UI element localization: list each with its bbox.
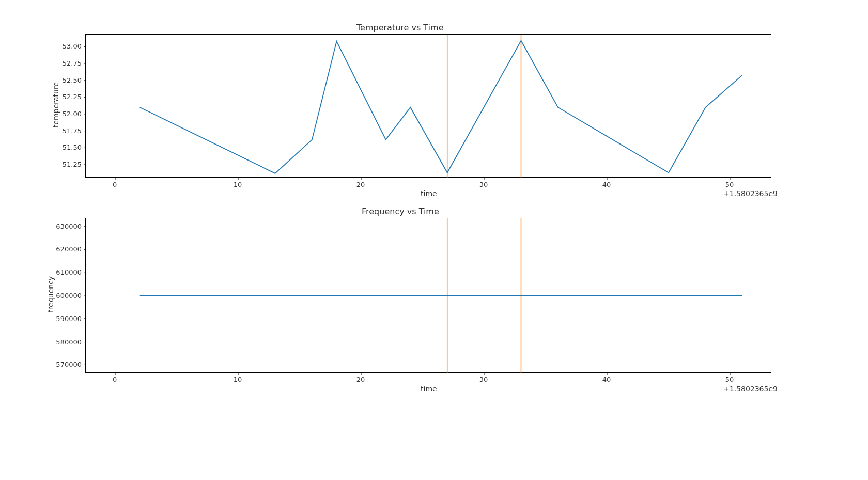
xtick-bot-1: 10 — [234, 376, 242, 383]
ytick-top-0: 51.25 — [58, 160, 82, 168]
ytick-bot-2: 590000 — [53, 314, 82, 322]
matplotlib-figure: Temperature vs Time temperature time +1.… — [0, 0, 868, 480]
xlabel-top: time — [421, 189, 437, 198]
xtick-top-2: 20 — [357, 181, 365, 188]
ytick-bot-0: 570000 — [53, 361, 82, 369]
xtick-top-0: 0 — [113, 181, 117, 188]
ylabel-top: temperature — [52, 79, 60, 131]
x-offset-top: +1.5802365e9 — [723, 189, 778, 198]
ytick-top-3: 52.00 — [58, 110, 82, 118]
ytick-top-6: 52.75 — [58, 59, 82, 67]
xtick-top-1: 10 — [234, 181, 242, 188]
x-offset-bottom: +1.5802365e9 — [723, 385, 778, 393]
ytick-bot-4: 610000 — [53, 268, 82, 276]
xtick-top-3: 30 — [479, 181, 488, 188]
temperature-plot-svg — [86, 35, 772, 178]
ytick-bot-3: 600000 — [53, 292, 82, 299]
xtick-bot-5: 50 — [725, 376, 734, 383]
xtick-top-5: 50 — [725, 181, 734, 188]
chart-title-top: Temperature vs Time — [357, 23, 443, 33]
ytick-bot-1: 580000 — [53, 338, 82, 345]
xtick-bot-2: 20 — [357, 376, 365, 383]
xtick-bot-0: 0 — [113, 376, 117, 383]
ytick-top-2: 51.75 — [58, 126, 82, 134]
frequency-plot-area — [85, 218, 771, 373]
xtick-top-4: 40 — [602, 181, 611, 188]
ytick-top-7: 53.00 — [58, 42, 82, 50]
xtick-bot-3: 30 — [479, 376, 488, 383]
frequency-plot-svg — [86, 218, 772, 373]
ytick-top-5: 52.50 — [58, 76, 82, 84]
xtick-bot-4: 40 — [602, 376, 611, 383]
ytick-bot-5: 620000 — [53, 245, 82, 253]
chart-title-bottom: Frequency vs Time — [362, 206, 439, 216]
ytick-bot-6: 630000 — [53, 222, 82, 230]
ytick-top-4: 52.25 — [58, 93, 82, 101]
xlabel-bottom: time — [421, 385, 437, 393]
ytick-top-1: 51.50 — [58, 143, 82, 151]
data-line — [140, 41, 742, 173]
temperature-plot-area — [85, 34, 771, 178]
